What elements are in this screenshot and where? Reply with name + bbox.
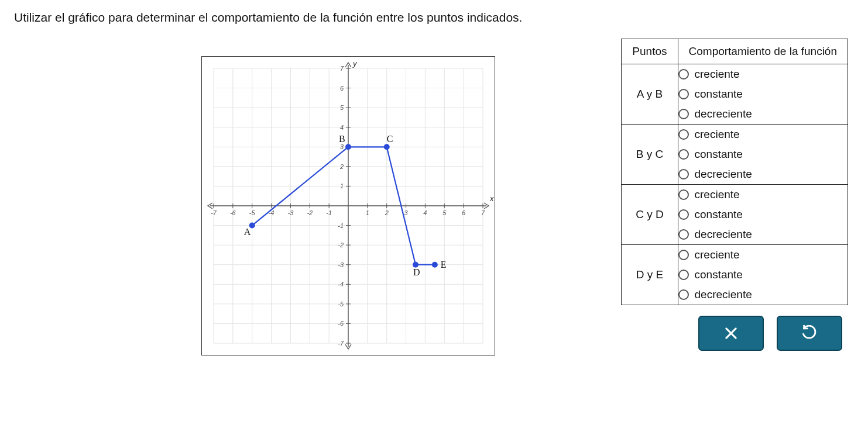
options-cell: crecienteconstantedecreciente — [678, 185, 848, 245]
radio-icon — [678, 209, 689, 220]
svg-text:2: 2 — [385, 209, 389, 216]
svg-text:-5: -5 — [338, 301, 344, 308]
svg-text:2: 2 — [339, 163, 344, 170]
svg-text:-2: -2 — [338, 241, 344, 248]
svg-text:3: 3 — [404, 209, 409, 216]
option-label: creciente — [695, 68, 740, 81]
svg-text:E: E — [441, 260, 447, 270]
options-cell: crecienteconstantedecreciente — [678, 245, 848, 305]
chart-container: -7-6-5-4-3-2-11234567-7-6-5-4-3-2-112345… — [201, 56, 495, 358]
option-constante[interactable]: constante — [678, 144, 848, 164]
option-label: creciente — [695, 188, 740, 201]
option-constante[interactable]: constante — [678, 265, 848, 285]
option-creciente[interactable]: creciente — [678, 64, 848, 84]
svg-text:1: 1 — [366, 209, 369, 216]
option-creciente[interactable]: creciente — [678, 245, 848, 265]
option-label: constante — [695, 208, 743, 221]
radio-icon — [678, 289, 689, 300]
svg-text:7: 7 — [340, 65, 344, 72]
option-constante[interactable]: constante — [678, 205, 848, 225]
svg-text:y: y — [352, 59, 358, 68]
option-label: constante — [695, 88, 743, 101]
svg-text:-3: -3 — [288, 209, 294, 216]
svg-point-102 — [432, 262, 438, 268]
svg-point-98 — [384, 144, 390, 150]
reset-button[interactable] — [777, 316, 842, 351]
points-cell: D y E — [622, 245, 678, 305]
radio-icon — [678, 250, 689, 260]
radio-icon — [678, 149, 689, 160]
radio-icon — [678, 109, 689, 119]
option-label: decreciente — [695, 108, 752, 120]
option-label: creciente — [695, 248, 740, 261]
table-row: A y Bcrecienteconstantedecreciente — [622, 64, 848, 125]
option-constante[interactable]: constante — [678, 84, 848, 104]
svg-text:-1: -1 — [326, 209, 332, 216]
svg-text:6: 6 — [340, 85, 344, 92]
radio-icon — [678, 189, 689, 200]
option-decreciente[interactable]: decreciente — [678, 104, 848, 124]
svg-text:-6: -6 — [230, 209, 236, 216]
header-points: Puntos — [622, 39, 678, 64]
radio-icon — [678, 129, 689, 140]
svg-text:5: 5 — [442, 209, 447, 216]
undo-icon — [801, 325, 818, 341]
radio-icon — [678, 270, 689, 280]
svg-text:-7: -7 — [338, 340, 344, 347]
options-cell: crecienteconstantedecreciente — [678, 64, 848, 125]
function-graph: -7-6-5-4-3-2-11234567-7-6-5-4-3-2-112345… — [201, 56, 495, 355]
svg-text:-1: -1 — [338, 222, 344, 229]
option-label: decreciente — [695, 288, 752, 301]
points-cell: C y D — [622, 185, 678, 245]
instruction-text: Utilizar el gráfico para determinar el c… — [14, 11, 854, 25]
svg-text:B: B — [339, 134, 345, 144]
svg-text:-5: -5 — [249, 209, 256, 216]
svg-text:1: 1 — [340, 182, 344, 189]
clear-button[interactable] — [698, 316, 764, 351]
table-row: D y Ecrecienteconstantedecreciente — [622, 245, 848, 305]
svg-text:4: 4 — [340, 124, 344, 131]
svg-text:3: 3 — [340, 143, 344, 150]
option-creciente[interactable]: creciente — [678, 185, 848, 205]
option-label: decreciente — [695, 168, 752, 181]
svg-text:D: D — [413, 267, 420, 277]
svg-text:4: 4 — [423, 209, 427, 216]
svg-text:C: C — [387, 134, 393, 144]
svg-text:7: 7 — [481, 209, 485, 216]
option-label: constante — [695, 148, 743, 161]
radio-icon — [678, 69, 689, 80]
svg-text:-7: -7 — [211, 209, 217, 216]
option-label: decreciente — [695, 228, 752, 241]
options-cell: crecienteconstantedecreciente — [678, 125, 848, 185]
svg-text:A: A — [244, 227, 251, 237]
option-decreciente[interactable]: decreciente — [678, 285, 848, 305]
svg-text:-6: -6 — [338, 320, 344, 327]
svg-point-96 — [345, 144, 351, 150]
svg-text:6: 6 — [462, 209, 466, 216]
svg-text:-4: -4 — [338, 281, 344, 288]
svg-text:5: 5 — [340, 104, 344, 111]
option-label: constante — [695, 268, 743, 281]
svg-text:-2: -2 — [307, 209, 313, 216]
radio-icon — [678, 89, 689, 99]
option-creciente[interactable]: creciente — [678, 125, 848, 144]
svg-text:x: x — [489, 194, 494, 203]
option-label: creciente — [695, 128, 740, 141]
radio-icon — [678, 229, 689, 240]
radio-icon — [678, 169, 689, 179]
x-icon — [723, 325, 739, 341]
option-decreciente[interactable]: decreciente — [678, 164, 848, 184]
points-cell: A y B — [622, 64, 678, 125]
points-cell: B y C — [622, 125, 678, 185]
svg-text:-3: -3 — [338, 261, 344, 268]
table-row: B y Ccrecienteconstantedecreciente — [622, 125, 848, 185]
answer-table: Puntos Comportamiento de la función A y … — [621, 39, 848, 305]
option-decreciente[interactable]: decreciente — [678, 225, 848, 244]
header-behavior: Comportamiento de la función — [678, 39, 848, 64]
table-row: C y Dcrecienteconstantedecreciente — [622, 185, 848, 245]
